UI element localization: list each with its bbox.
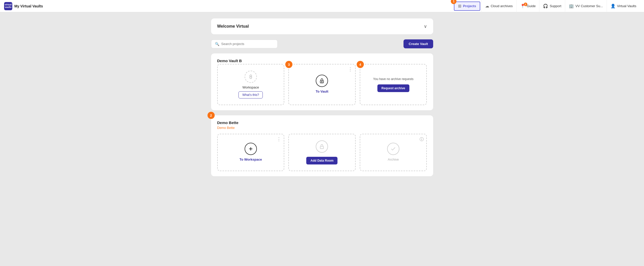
tile-to-workspace[interactable]: ⋮ To Workspace xyxy=(217,134,285,171)
tile-to-vault[interactable]: 3 ⋮ To Vault xyxy=(288,64,356,105)
nav-label-projects: Projects xyxy=(463,4,476,8)
vault-card-demo-vault-b: Demo Vault B Workspace What's this? 3 ⋮ xyxy=(211,53,433,110)
to-vault-icon-circle xyxy=(316,75,328,87)
vault-title-demo-vault-b: Demo Vault B xyxy=(217,59,427,63)
add-data-room-icon-circle xyxy=(316,140,328,153)
nav-label-virtual-vaults: Virtual Vaults xyxy=(617,4,636,8)
nav-label-cloud-archives: Cloud archives xyxy=(491,4,513,8)
badge-1: 1 xyxy=(451,0,456,4)
vault-subtitle-demo-bette: Demo Bette xyxy=(217,126,427,130)
grid-icon: ⊞ xyxy=(458,4,461,8)
whats-this-button[interactable]: What's this? xyxy=(238,91,263,98)
nav-item-vv-customer[interactable]: 🏢 VV Customer Su... xyxy=(565,0,607,12)
archive-icon-circle xyxy=(387,143,399,155)
building-icon: 🏢 xyxy=(569,4,574,8)
search-create-row: 🔍 Create Vault xyxy=(211,39,433,48)
search-box: 🔍 xyxy=(211,40,278,48)
nav-label-vv-customer: VV Customer Su... xyxy=(575,4,603,8)
tile-workspace[interactable]: Workspace What's this? xyxy=(217,64,285,105)
demo-bette-project-grid: ⋮ To Workspace Add Data Room ⓘ Archiv xyxy=(217,134,427,171)
tile-menu-to-workspace[interactable]: ⋮ xyxy=(277,137,281,141)
step-badge-4: 4 xyxy=(357,61,364,68)
to-vault-label: To Vault xyxy=(316,90,329,93)
step-badge-2: 2 xyxy=(208,112,215,119)
nav-item-support[interactable]: 🎧 Support xyxy=(539,0,565,12)
to-workspace-label: To Workspace xyxy=(239,158,262,161)
vault-title-demo-bette: Demo Bette xyxy=(217,120,427,125)
nav-item-guide[interactable]: 📍 1 Guide xyxy=(516,0,539,12)
nav-item-cloud-archives[interactable]: ☁ Cloud archives xyxy=(481,0,516,12)
tile-menu-to-vault[interactable]: ⋮ xyxy=(348,67,353,72)
welcome-title: Welcome Virtual xyxy=(217,24,249,29)
tile-add-data-room[interactable]: Add Data Room xyxy=(288,134,356,171)
vault-b-project-grid: Workspace What's this? 3 ⋮ To Vault 4 Y xyxy=(217,64,427,105)
logo-icon: virtualvaults xyxy=(4,2,12,10)
top-navigation: virtualvaults My Virtual Vaults 1 ⊞ Proj… xyxy=(0,0,644,12)
app-name: My Virtual Vaults xyxy=(14,4,43,8)
search-icon: 🔍 xyxy=(215,42,219,46)
tile-archive-request[interactable]: 4 You have no archive requests Request a… xyxy=(360,64,427,105)
svg-point-2 xyxy=(322,81,322,82)
main-content: Welcome Virtual ∨ 🔍 Create Vault Demo Va… xyxy=(207,12,437,187)
chevron-down-icon[interactable]: ∨ xyxy=(424,24,427,29)
person-icon: 👤 xyxy=(610,4,616,8)
vault-card-demo-bette: 2 Demo Bette Demo Bette ⋮ To Workspace A… xyxy=(211,115,433,176)
nav-item-virtual-vaults[interactable]: 👤 Virtual Vaults xyxy=(607,0,640,12)
to-workspace-icon-circle xyxy=(245,143,257,155)
archive-label: Archive xyxy=(388,158,399,161)
guide-badge: 1 xyxy=(524,3,527,6)
location-icon: 📍 1 xyxy=(520,4,525,8)
nav-label-support: Support xyxy=(550,4,561,8)
search-input[interactable] xyxy=(221,42,274,46)
no-archive-text: You have no archive requests xyxy=(373,77,413,81)
nav-item-projects[interactable]: 1 ⊞ Projects xyxy=(454,2,480,11)
workspace-icon-circle xyxy=(245,71,257,83)
request-archive-button[interactable]: Request archive xyxy=(377,84,409,92)
step-badge-3: 3 xyxy=(285,61,292,68)
nav-label-guide: Guide xyxy=(527,4,536,8)
info-icon-archive[interactable]: ⓘ xyxy=(420,137,424,142)
headset-icon: 🎧 xyxy=(543,4,548,8)
add-data-room-button[interactable]: Add Data Room xyxy=(306,157,337,164)
welcome-banner: Welcome Virtual ∨ xyxy=(211,18,433,34)
tile-archive[interactable]: ⓘ Archive xyxy=(360,134,427,171)
svg-point-0 xyxy=(250,75,252,77)
cloud-icon: ☁ xyxy=(485,4,489,8)
app-logo[interactable]: virtualvaults My Virtual Vaults xyxy=(4,2,43,10)
nav-items: 1 ⊞ Projects ☁ Cloud archives 📍 1 Guide … xyxy=(453,0,640,12)
create-vault-button[interactable]: Create Vault xyxy=(403,39,433,48)
svg-rect-5 xyxy=(320,146,324,149)
workspace-label: Workspace xyxy=(242,85,259,89)
